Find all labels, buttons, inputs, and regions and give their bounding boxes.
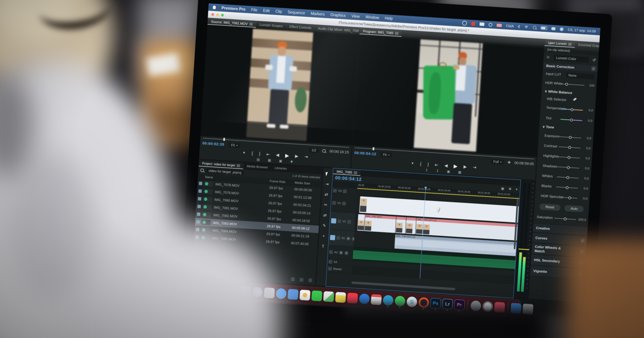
dock-photoshop-icon[interactable]: Ps [430,298,441,309]
blacks-slider[interactable] [556,186,578,188]
dock-messages-icon[interactable] [311,290,322,302]
track-select-tool[interactable]: ⇥ [325,182,329,186]
close-window-button[interactable] [211,13,214,16]
reset-effect-icon[interactable]: ↺ [592,58,596,62]
timeline-hscrollbar[interactable] [351,282,455,290]
master-meter-icon[interactable] [328,266,332,270]
whites-slider[interactable] [556,176,578,178]
dock-premiere-icon[interactable]: Pr [454,299,465,310]
track-lock-icon[interactable] [329,250,333,254]
list-view-icon[interactable] [195,271,199,275]
track-lock-icon[interactable] [328,260,332,264]
type-tool[interactable]: T [322,244,324,249]
battery-icon[interactable] [541,26,547,30]
auto-button[interactable]: Auto [564,205,584,212]
settings-wrench-icon[interactable]: ✚ [508,160,511,165]
blacks-knob[interactable] [566,186,568,189]
basic-correction-checkbox[interactable]: T✓ [591,66,596,71]
column-media-start[interactable]: Media Start [295,181,322,186]
panel-menu-icon[interactable] [395,33,398,34]
source-patch-v1[interactable] [331,218,336,224]
whites-knob[interactable] [566,176,569,179]
eyedropper-icon[interactable] [573,98,577,101]
saturation-knob[interactable] [564,217,566,220]
delete-icon[interactable] [308,278,312,282]
saturation-slider[interactable] [554,218,576,220]
step-forward-button[interactable]: ▶ [295,154,298,158]
menu-view[interactable]: View [351,14,360,19]
hdr-specular-knob[interactable] [568,196,571,199]
hand-tool[interactable]: + [322,234,325,238]
clip-select-box[interactable] [196,220,200,224]
minimize-window-button[interactable] [216,14,219,16]
clip-v1-2[interactable]: IMG_7081.MOV [364,214,396,233]
program-resolution-select[interactable]: Full▾ [491,159,504,164]
menu-edit[interactable]: Edit [263,8,270,13]
program-timecode[interactable]: 00:00:54:12 [354,150,376,156]
highlights-knob[interactable] [567,156,570,159]
dock-music-icon[interactable] [347,292,358,304]
dock-siri-icon[interactable] [252,287,263,298]
selection-tool[interactable] [326,172,330,176]
add-marker-button[interactable]: ▼ [411,162,414,165]
zoom-window-button[interactable] [221,14,224,16]
hdr-white-knob[interactable] [565,83,568,86]
vignette-checkbox[interactable]: ✓ [578,272,583,276]
curves-checkbox[interactable]: ✓ [580,238,585,243]
panel-menu-icon[interactable] [568,44,572,44]
tint-slider[interactable] [560,119,582,121]
snap-icon[interactable]: ✚ [508,187,512,191]
zoom-in-icon[interactable] [221,273,225,277]
lift-button[interactable]: ↥ [425,168,428,172]
step-forward-button[interactable]: ▶ [464,164,467,169]
menu-graphics[interactable]: Graphics [330,12,346,18]
reset-button[interactable]: Reset [539,203,560,211]
dock-lightroom-icon[interactable]: Lr [442,298,453,310]
slip-tool[interactable]: ⇄ [323,213,327,218]
source-zoom-select[interactable]: Fit▾ [228,143,240,148]
menu-sequence[interactable]: Sequence [288,10,305,15]
exposure-knob[interactable] [569,136,572,139]
source-playhead[interactable] [223,138,225,141]
control-center-icon[interactable] [551,27,556,30]
hsl-secondary-checkbox[interactable]: ✓ [579,260,584,265]
menu-markers[interactable]: Markers [310,11,325,16]
mark-out-button[interactable]: } [427,162,429,167]
go-to-in-button[interactable]: ⇤ [266,152,270,157]
track-lock-icon[interactable] [332,201,336,205]
dock-finder-icon[interactable] [240,286,251,297]
step-back-button[interactable]: ◀ [444,163,448,168]
new-item-icon[interactable] [300,278,304,282]
adobe-cc-icon[interactable] [471,22,475,26]
app-status-icon[interactable] [462,20,467,26]
clip-select-box[interactable] [198,205,201,208]
track-lock-icon[interactable] [336,236,340,240]
mute-button[interactable]: M [346,236,350,240]
bluetooth-icon[interactable] [518,25,520,28]
dock-quicktime-icon[interactable] [482,301,493,312]
track-visibility-icon[interactable] [343,189,347,193]
dock-trash-icon[interactable] [522,304,533,315]
source-patch-a1[interactable] [330,235,335,240]
contrast-knob[interactable] [568,146,571,149]
mark-in-button[interactable]: { [420,161,422,166]
dock-telegram-icon[interactable] [382,295,394,306]
dock-mail-icon[interactable] [288,289,298,300]
compare-button[interactable]: ▦ [458,170,461,174]
program-playhead[interactable] [373,147,374,150]
tab-lumetri-color[interactable]: Цвет Lumetri [544,40,575,48]
dock-safari-icon[interactable] [276,288,286,299]
zoom-out-icon[interactable] [212,272,216,276]
clip-v1-3[interactable] [396,216,406,234]
clip-select-box[interactable] [196,228,200,231]
panel-menu-icon[interactable] [237,165,240,166]
color-wheels-checkbox[interactable]: ✓ [580,249,584,254]
hdr-specular-slider[interactable] [562,197,578,198]
clip-select-box[interactable] [196,236,199,239]
track-visibility-icon[interactable] [347,220,351,224]
wifi-icon[interactable] [524,25,528,29]
timeline-timecode[interactable]: 00:00:54:12 [335,175,362,182]
menu-clock[interactable]: Сб, 17 апр. 14:09 [568,28,596,33]
shadows-knob[interactable] [567,166,570,169]
hdr-white-slider[interactable] [562,84,584,86]
